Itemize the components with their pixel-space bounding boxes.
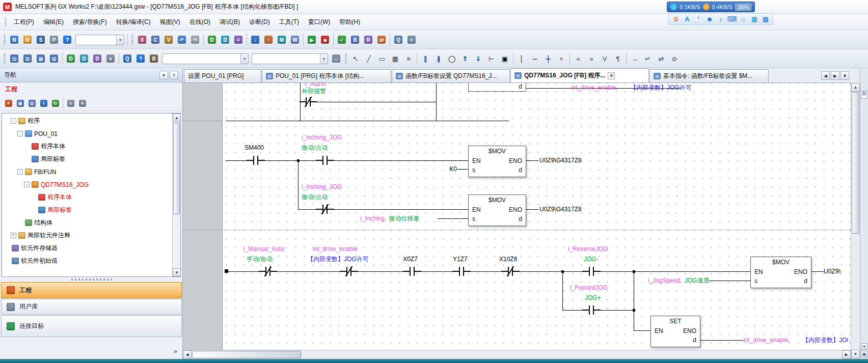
nav-button-1[interactable]: 工程 xyxy=(1,282,182,298)
contact-forward-jog-no[interactable] xyxy=(582,305,601,315)
contact-y1z7-no[interactable] xyxy=(452,266,471,276)
tab-scroll-right-icon[interactable]: ▶ xyxy=(831,71,839,80)
toolbar-combo[interactable]: ▾ xyxy=(252,53,328,64)
docked-pane-strip[interactable]: R ▼ ▦ xyxy=(860,68,868,359)
label-comment[interactable]: 微动/点动 xyxy=(302,144,328,151)
help-icon[interactable]: ? xyxy=(61,34,73,46)
nav-button-3[interactable]: 连接目标 xyxy=(1,315,182,337)
ime-toolbox-icon[interactable]: ▩ xyxy=(761,14,771,24)
device-display-dec-icon[interactable]: D xyxy=(65,52,77,65)
tool-return-icon[interactable]: ↵ xyxy=(642,52,654,65)
mov-block-1[interactable]: $MOV EN ENO s d xyxy=(468,146,526,177)
contact-manual-auto-nc[interactable] xyxy=(259,266,277,276)
write-to-plc-icon[interactable]: ↑ xyxy=(262,34,275,46)
device-label[interactable]: X0Z7 xyxy=(403,256,418,263)
tool-lock-icon[interactable]: ⊘ xyxy=(668,52,681,65)
cut-icon[interactable]: X xyxy=(136,34,148,46)
tool-contact-nc-icon[interactable]: ∦ xyxy=(432,52,445,65)
label-variable[interactable]: i_Inching_JOG xyxy=(302,183,342,190)
scroll-down-icon[interactable]: ▼ xyxy=(851,350,860,358)
label-comment[interactable]: 手动/自动 xyxy=(247,256,273,263)
s-operand[interactable]: i_Inching, 微动位移量 xyxy=(360,215,419,222)
menu-item-7[interactable]: 调试(B) xyxy=(215,15,245,29)
output-comment[interactable]: 【内部变数】JOG许可 xyxy=(802,337,848,344)
ime-toolbar[interactable]: SA’☻♪⌨☺▦▩ xyxy=(668,13,773,25)
ladder-editor-canvas[interactable]: d i_Alarm 外部报警 int_drive_enable, 【内部变数】J… xyxy=(183,83,851,350)
verify-icon[interactable]: = xyxy=(232,34,245,46)
tab-3[interactable]: ▤函数/FB标签设置 QD77MS16_J... xyxy=(392,69,510,82)
set-block[interactable]: SET EN ENO d xyxy=(650,316,700,347)
s-operand[interactable]: K0 xyxy=(442,165,457,173)
net-speed-meter[interactable]: ↓ 0.1KB/S ↑ 0.4KB/S 26% xyxy=(667,2,755,12)
toolbar-grip[interactable] xyxy=(131,34,133,45)
undo-icon[interactable]: ↶ xyxy=(176,34,188,46)
label-variable[interactable]: i_FowardJOG xyxy=(570,284,608,291)
tool-ladder-block-icon[interactable]: ≡ xyxy=(402,52,415,65)
ime-person-icon[interactable]: ☺ xyxy=(738,14,748,24)
tab-list-icon[interactable]: ▼ xyxy=(840,71,849,80)
redo-icon[interactable]: ↷ xyxy=(189,34,201,46)
read-from-plc-icon[interactable]: ↓ xyxy=(249,34,261,46)
new-project-icon[interactable]: N xyxy=(8,34,20,46)
toolbar-grip[interactable] xyxy=(4,53,6,64)
comment-display-icon[interactable]: ≡ xyxy=(405,34,418,46)
combo-arrow-icon[interactable]: ▾ xyxy=(240,54,248,64)
tab-5[interactable]: ▤基本指令: 函数/FB标签设置 $M... xyxy=(649,69,769,82)
device-comment-icon[interactable]: D xyxy=(206,34,218,46)
menu-item-2[interactable]: 编辑(E) xyxy=(39,15,68,29)
tool-coil-icon[interactable]: ◯ xyxy=(446,52,458,65)
output-comment[interactable]: 【内部变数】JOG许可 xyxy=(630,84,692,91)
tool-comment-icon[interactable]: ¶ xyxy=(612,52,624,65)
menu-item-11[interactable]: 帮助(H) xyxy=(335,15,365,29)
menu-item-6[interactable]: 在线(O) xyxy=(185,15,215,29)
tab-1[interactable]: 设置 POU_01 [PRG] xyxy=(184,69,261,82)
tool-jump-icon[interactable]: → xyxy=(629,52,641,65)
output-variable[interactable]: int_drive_enable, xyxy=(571,84,617,91)
scroll-left-icon[interactable]: ◀ xyxy=(183,350,192,359)
toolbar-grip[interactable] xyxy=(4,34,6,45)
tool-vertical-line-icon[interactable]: │ xyxy=(516,52,528,65)
ime-lang-icon[interactable]: A xyxy=(682,14,692,24)
menu-grip[interactable] xyxy=(5,17,7,27)
tool-table-icon[interactable]: ▦ xyxy=(389,52,401,65)
toolbar-combo[interactable]: ▾ xyxy=(75,35,124,45)
label-variable[interactable]: i_Alarm xyxy=(305,83,326,88)
cross-reference-icon[interactable]: B xyxy=(148,52,160,65)
function-block-partial[interactable]: d xyxy=(468,83,526,92)
horizontal-scrollbar[interactable]: ◀ ▶ xyxy=(183,350,851,359)
menu-item-8[interactable]: 诊断(D) xyxy=(245,15,275,29)
contact-reverse-jog-no[interactable] xyxy=(582,266,601,276)
d-operand[interactable]: U0Z9\G4317Z8 xyxy=(539,157,582,164)
device-label[interactable]: Y1Z7 xyxy=(453,256,468,263)
combo-arrow-icon[interactable]: ▾ xyxy=(320,54,328,64)
menu-item-10[interactable]: 窗口(W) xyxy=(304,15,335,29)
tool-horizontal-line-icon[interactable]: ─ xyxy=(529,52,541,65)
contact-inching-jog-no[interactable] xyxy=(316,155,334,165)
monitor-mode-icon[interactable]: M xyxy=(276,34,288,46)
ime-punct-icon[interactable]: ’ xyxy=(693,14,703,24)
tool-guided-icon[interactable]: ▭ xyxy=(376,52,388,65)
device-display-hex-icon[interactable]: D xyxy=(78,52,90,65)
label-variable[interactable]: i_Inching_JOG xyxy=(302,134,342,141)
scroll-up-icon[interactable]: ▲ xyxy=(851,83,860,92)
mov-block-3[interactable]: $MOV EN ENO s d xyxy=(750,257,811,288)
tool-select-icon[interactable]: ↖ xyxy=(349,52,362,65)
print-icon[interactable]: P xyxy=(48,34,60,46)
tool-delete-line-icon[interactable]: × xyxy=(555,52,567,65)
device-label[interactable]: SM400 xyxy=(245,144,264,151)
ime-skin-icon[interactable]: ▦ xyxy=(749,14,760,24)
stop-monitor-icon[interactable]: ■ xyxy=(319,34,331,46)
tool-variable-icon[interactable]: V xyxy=(599,52,611,65)
start-monitor-icon[interactable]: ▶ xyxy=(306,34,318,46)
contact-x0z7-no[interactable] xyxy=(403,266,421,276)
tool-input-variable-icon[interactable]: « xyxy=(572,52,584,65)
navigation-window-icon[interactable]: ▤ xyxy=(8,52,20,65)
ime-keyboard-icon[interactable]: ⌨ xyxy=(727,14,737,24)
tool-compare-icon[interactable]: ⊢ xyxy=(485,52,498,65)
dock-down-icon[interactable]: ▼ xyxy=(861,343,867,350)
output-window-icon[interactable]: ▦ xyxy=(35,52,47,65)
build-icon[interactable]: B xyxy=(349,34,361,46)
tool-function-block-icon[interactable]: ▣ xyxy=(499,52,511,65)
menu-item-3[interactable]: 搜索/替换(F) xyxy=(68,15,112,29)
tool-branch-icon[interactable]: ┼ xyxy=(542,52,554,65)
